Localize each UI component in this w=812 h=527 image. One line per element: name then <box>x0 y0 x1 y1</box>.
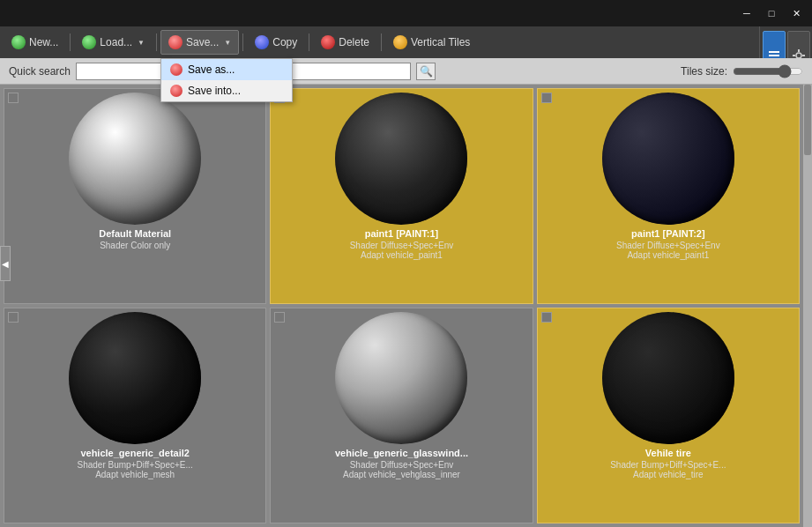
material-sphere <box>335 312 467 444</box>
material-adapt: Adapt vehicle_paint1 <box>541 250 795 260</box>
load-button[interactable]: Load... ▼ <box>74 30 153 55</box>
maximize-button[interactable]: □ <box>759 4 784 22</box>
save-as-label: Save as... <box>188 63 235 76</box>
copy-label: Copy <box>272 36 297 48</box>
material-name: vehicle_generic_detail2 <box>8 448 262 458</box>
material-sphere <box>69 93 201 225</box>
save-into-item[interactable]: Save into... <box>161 80 292 101</box>
save-as-item[interactable]: Save as... <box>161 59 292 80</box>
material-thumbnail <box>326 312 476 444</box>
save-icon <box>168 35 183 49</box>
close-button[interactable]: ✕ <box>784 4 808 22</box>
tiles-size-label: Tiles size: <box>681 65 727 78</box>
title-bar: ─ □ ✕ <box>0 0 812 26</box>
material-card[interactable]: vehicle_generic_glasswind...Shader Diffu… <box>270 308 533 523</box>
save-as-icon <box>170 63 183 76</box>
svg-rect-6 <box>793 55 795 56</box>
separator-1 <box>70 33 71 51</box>
material-adapt: Adapt vehicle_paint1 <box>274 250 528 260</box>
material-card[interactable]: Vehile tireShader Bump+Diff+Spec+E...Ada… <box>537 308 800 523</box>
material-sphere <box>602 93 734 225</box>
search-bar: Quick search 🔍 Tiles size: <box>0 58 812 85</box>
material-shader: Shader Bump+Diff+Spec+E... <box>541 460 795 470</box>
material-selected-icon <box>8 93 19 103</box>
material-card[interactable]: paint1 [PAINT:2]Shader Diffuse+Spec+EnvA… <box>537 88 800 304</box>
separator-3 <box>242 33 243 51</box>
panel-expand-button[interactable]: ◀ <box>0 246 11 281</box>
separator-4 <box>309 33 309 51</box>
material-thumbnail <box>593 312 743 444</box>
material-card[interactable]: Default MaterialShader Color only <box>4 88 266 304</box>
material-name: paint1 [PAINT:1] <box>274 228 528 239</box>
minimize-button[interactable]: ─ <box>734 4 759 22</box>
material-card[interactable]: vehicle_generic_detail2Shader Bump+Diff+… <box>4 308 266 523</box>
material-shader: Shader Diffuse+Spec+Env <box>274 460 528 470</box>
material-card[interactable]: paint1 [PAINT:1]Shader Diffuse+Spec+EnvA… <box>270 88 533 304</box>
delete-label: Delete <box>339 36 369 48</box>
separator-5 <box>381 33 382 51</box>
save-button[interactable]: Save... ▼ <box>160 30 239 55</box>
search-button[interactable]: 🔍 <box>416 63 436 80</box>
scrollbar-thumb[interactable] <box>804 85 811 155</box>
material-thumbnail <box>60 312 210 444</box>
material-name: Vehile tire <box>541 448 795 458</box>
vertical-tiles-icon <box>393 35 407 49</box>
material-shader: Shader Bump+Diff+Spec+E... <box>8 460 262 470</box>
delete-icon <box>321 35 335 49</box>
material-thumbnail <box>326 93 476 225</box>
material-shader: Shader Diffuse+Spec+Env <box>274 241 528 250</box>
tiles-size-slider[interactable] <box>733 65 803 78</box>
copy-icon <box>255 35 269 49</box>
separator-2 <box>156 33 157 51</box>
material-sphere <box>69 312 201 444</box>
material-thumbnail <box>593 93 743 225</box>
material-name: vehicle_generic_glasswind... <box>274 448 528 458</box>
save-into-icon <box>170 85 183 97</box>
new-label: New... <box>29 36 58 48</box>
material-thumbnail <box>60 93 210 225</box>
material-selected-icon <box>541 93 552 103</box>
save-into-label: Save into... <box>188 85 241 97</box>
material-shader: Shader Color only <box>8 241 262 250</box>
vertical-tiles-label: Vertical Tiles <box>411 36 470 48</box>
material-shader: Shader Diffuse+Spec+Env <box>541 241 795 250</box>
material-selected-icon <box>8 312 19 323</box>
material-selected-icon <box>274 312 285 323</box>
scrollbar[interactable] <box>803 85 812 527</box>
save-label: Save... <box>186 36 219 48</box>
save-arrow: ▼ <box>224 39 231 47</box>
material-grid: Default MaterialShader Color onlypaint1 … <box>0 85 803 527</box>
search-label: Quick search <box>9 65 71 78</box>
svg-rect-7 <box>802 55 805 56</box>
copy-button[interactable]: Copy <box>247 30 305 55</box>
toolbar: New... Load... ▼ Save... ▼ Copy Delete V… <box>0 26 812 58</box>
material-selected-icon <box>541 312 552 323</box>
material-sphere <box>335 93 467 225</box>
material-adapt: Adapt vehicle_mesh <box>8 470 262 479</box>
svg-rect-1 <box>769 55 779 56</box>
material-adapt: Adapt vehicle_vehglass_inner <box>274 470 528 479</box>
svg-rect-0 <box>769 51 779 53</box>
material-name: Default Material <box>8 228 262 239</box>
load-label: Load... <box>100 36 132 48</box>
svg-rect-4 <box>798 49 800 52</box>
new-button[interactable]: New... <box>4 30 66 55</box>
vertical-tiles-button[interactable]: Vertical Tiles <box>385 30 478 55</box>
load-icon <box>82 35 96 49</box>
delete-button[interactable]: Delete <box>313 30 377 55</box>
material-sphere <box>602 312 734 444</box>
save-dropdown-menu: Save as... Save into... <box>160 58 293 102</box>
material-name: paint1 [PAINT:2] <box>541 228 795 239</box>
load-arrow: ▼ <box>138 39 145 47</box>
new-icon <box>11 35 26 49</box>
material-adapt: Adapt vehicle_tire <box>541 470 795 479</box>
